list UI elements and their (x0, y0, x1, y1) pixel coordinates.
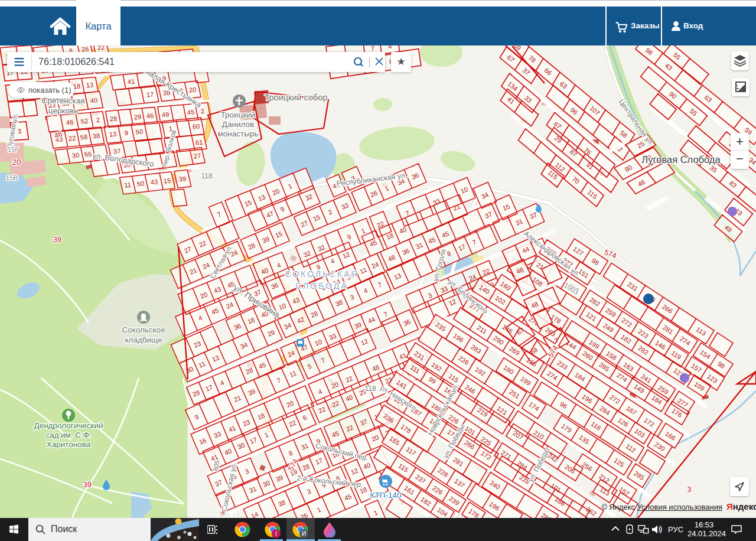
svg-text:46: 46 (146, 112, 154, 119)
svg-text:49: 49 (161, 110, 169, 118)
svg-text:39: 39 (53, 236, 61, 244)
svg-text:15Г: 15Г (7, 146, 19, 153)
svg-text:КТП-140: КТП-140 (370, 491, 402, 500)
svg-text:55: 55 (84, 150, 92, 158)
svg-text:43: 43 (150, 178, 158, 185)
svg-text:11: 11 (124, 181, 132, 188)
svg-text:Троицкий: Троицкий (221, 110, 256, 119)
svg-text:13: 13 (109, 130, 116, 138)
svg-text:46: 46 (66, 118, 73, 126)
svg-text:39: 39 (83, 481, 92, 489)
svg-text:118: 118 (364, 384, 376, 393)
svg-text:Троицкий собор: Троицкий собор (264, 93, 327, 102)
svg-text:27: 27 (193, 152, 201, 159)
svg-text:монастырь: монастырь (218, 129, 259, 138)
svg-text:50: 50 (136, 180, 144, 187)
svg-text:22: 22 (68, 134, 76, 142)
svg-text:20: 20 (12, 158, 21, 167)
svg-text:40: 40 (90, 96, 97, 104)
svg-text:61: 61 (195, 138, 203, 146)
svg-text:Луговая Слобода: Луговая Слобода (641, 154, 721, 165)
svg-text:58: 58 (80, 133, 87, 141)
svg-text:15В: 15В (6, 174, 18, 181)
svg-text:29: 29 (133, 113, 141, 120)
svg-text:кладбище: кладбище (125, 335, 162, 344)
svg-text:Харитонова: Харитонова (47, 440, 91, 449)
svg-text:3: 3 (687, 485, 692, 494)
svg-text:39: 39 (178, 175, 186, 182)
svg-text:СЛОБОДА: СЛОБОДА (295, 281, 348, 291)
svg-text:17: 17 (146, 90, 154, 98)
svg-text:22: 22 (97, 45, 105, 51)
svg-text:41: 41 (127, 77, 135, 85)
svg-text:СОКОЛЬСКАЯ: СОКОЛЬСКАЯ (285, 269, 359, 279)
svg-text:Данилов: Данилов (222, 120, 254, 129)
svg-text:50: 50 (135, 128, 143, 135)
svg-text:2: 2 (96, 116, 100, 124)
svg-text:Дендрологический: Дендрологический (34, 421, 103, 430)
svg-text:20: 20 (188, 86, 196, 93)
svg-text:сад им. С.Ф.: сад им. С.Ф. (45, 431, 92, 439)
svg-text:52: 52 (80, 117, 88, 125)
svg-text:38: 38 (92, 132, 100, 139)
svg-text:45: 45 (187, 108, 194, 116)
svg-text:9: 9 (124, 129, 128, 137)
svg-text:13: 13 (86, 81, 93, 89)
svg-text:28: 28 (109, 115, 117, 122)
svg-text:церковь: церковь (48, 106, 78, 115)
svg-text:30: 30 (71, 151, 79, 159)
svg-text:Сокольское: Сокольское (122, 325, 165, 334)
svg-text:2: 2 (200, 107, 204, 115)
svg-text:60: 60 (192, 122, 200, 130)
svg-text:15: 15 (163, 177, 171, 184)
svg-text:3: 3 (18, 128, 22, 135)
svg-text:4: 4 (387, 45, 392, 50)
svg-text:118: 118 (201, 172, 212, 180)
